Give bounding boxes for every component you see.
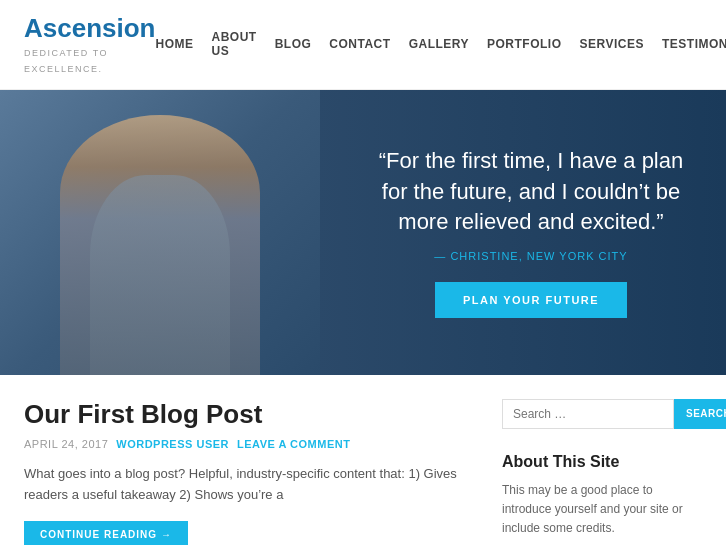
logo-subtitle: DEDICATED TO EXCELLENCE. — [24, 48, 108, 74]
blog-content: Our First Blog Post APRIL 24, 2017 WORDP… — [24, 399, 472, 545]
nav-gallery[interactable]: GALLERY — [409, 37, 469, 51]
nav-portfolio[interactable]: PORTFOLIO — [487, 37, 562, 51]
logo-title: Ascension — [24, 14, 156, 43]
nav-contact[interactable]: CONTACT — [329, 37, 390, 51]
post-excerpt: What goes into a blog post? Helpful, ind… — [24, 464, 472, 506]
hero-quote: “For the first time, I have a plan for t… — [366, 146, 696, 238]
continue-reading-button[interactable]: CONTINUE READING — [24, 521, 188, 545]
search-box: SEARCH — [502, 399, 702, 429]
post-date: APRIL 24, 2017 — [24, 438, 108, 450]
nav-services[interactable]: SERVICES — [580, 37, 644, 51]
nav-testimonials[interactable]: TESTIMONIALS — [662, 37, 726, 51]
nav-home[interactable]: HOME — [156, 37, 194, 51]
main-area: Our First Blog Post APRIL 24, 2017 WORDP… — [0, 375, 726, 545]
about-text: This may be a good place to introduce yo… — [502, 481, 702, 539]
post-author-link[interactable]: WORDPRESS USER — [116, 438, 229, 450]
hero-image — [0, 90, 320, 375]
hero-cta-button[interactable]: PLAN YOUR FUTURE — [435, 282, 627, 318]
main-nav: HOME ABOUT US BLOG CONTACT GALLERY PORTF… — [156, 30, 727, 58]
nav-about-us[interactable]: ABOUT US — [212, 30, 257, 58]
search-button[interactable]: SEARCH — [674, 399, 726, 429]
logo: Ascension DEDICATED TO EXCELLENCE. — [24, 14, 156, 75]
post-comment-link[interactable]: LEAVE A COMMENT — [237, 438, 350, 450]
about-section: About This Site This may be a good place… — [502, 453, 702, 539]
post-title: Our First Blog Post — [24, 399, 472, 430]
about-title: About This Site — [502, 453, 702, 471]
hero-content: “For the first time, I have a plan for t… — [346, 116, 726, 348]
hero-attribution: — CHRISTINE, NEW YORK CITY — [366, 250, 696, 262]
post-meta: APRIL 24, 2017 WORDPRESS USER LEAVE A CO… — [24, 438, 472, 450]
nav-blog[interactable]: BLOG — [275, 37, 312, 51]
site-header: Ascension DEDICATED TO EXCELLENCE. HOME … — [0, 0, 726, 90]
search-input[interactable] — [502, 399, 674, 429]
sidebar: SEARCH About This Site This may be a goo… — [502, 399, 702, 545]
hero-banner: “For the first time, I have a plan for t… — [0, 90, 726, 375]
